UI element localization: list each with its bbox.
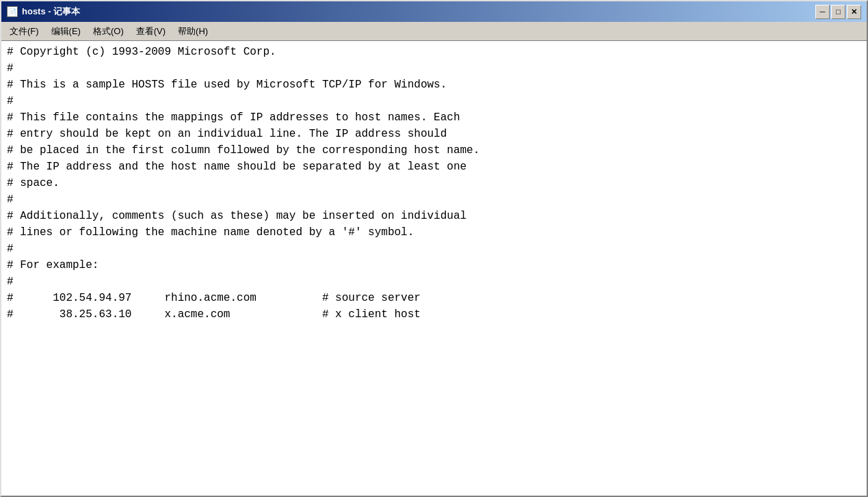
maximize-button[interactable]: □ — [831, 5, 845, 19]
menu-format[interactable]: 格式(O) — [88, 24, 129, 39]
window-title: hosts - 记事本 — [22, 5, 811, 18]
menu-edit[interactable]: 编辑(E) — [46, 24, 86, 39]
window-controls: ─ □ ✕ — [815, 5, 861, 19]
close-button[interactable]: ✕ — [847, 5, 861, 19]
menu-help[interactable]: 帮助(H) — [172, 24, 213, 39]
menu-bar: 文件(F) 编辑(E) 格式(O) 查看(V) 帮助(H) — [1, 22, 867, 41]
notepad-window: 📄 hosts - 记事本 ─ □ ✕ 文件(F) 编辑(E) 格式(O) 查看… — [0, 0, 868, 497]
title-bar: 📄 hosts - 记事本 ─ □ ✕ — [1, 1, 867, 22]
text-content[interactable]: # Copyright (c) 1993-2009 Microsoft Corp… — [1, 41, 867, 496]
menu-view[interactable]: 查看(V) — [131, 24, 171, 39]
app-icon: 📄 — [7, 6, 18, 17]
menu-file[interactable]: 文件(F) — [4, 24, 44, 39]
minimize-button[interactable]: ─ — [815, 5, 830, 19]
